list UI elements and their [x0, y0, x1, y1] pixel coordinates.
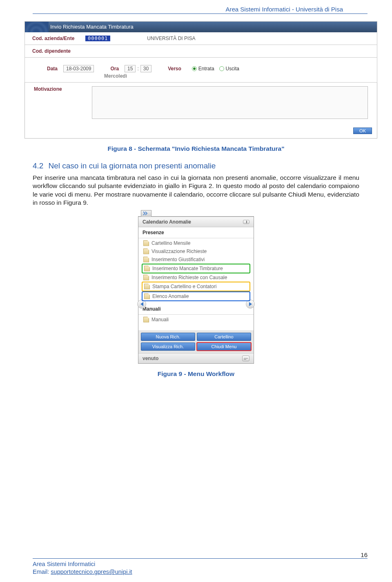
label-azienda: Cod. azienda/Ente — [32, 36, 85, 41]
file-icon — [143, 317, 149, 322]
menu-item-cartellino[interactable]: Cartellino Mensile — [142, 239, 250, 247]
label-data: Data — [47, 66, 58, 72]
menu-item-label: Elenco Anomalie — [152, 293, 189, 299]
logo-swirl-icon — [25, 22, 49, 32]
menu-item-label: Manuali — [151, 317, 169, 322]
label-verso: Verso — [168, 66, 181, 72]
menu-buttons: Nuova Rich. Cartellino Visualizza Rich. … — [138, 330, 254, 353]
menu-item-stampa[interactable]: Stampa Cartellino e Contatori — [142, 282, 250, 291]
page-header: Area Sistemi Informatici - Università di… — [33, 0, 368, 14]
section-number: 4.2 — [33, 161, 43, 170]
menu-sub-presenze: Presenze — [138, 227, 254, 238]
file-icon — [143, 240, 149, 246]
footer-email-link[interactable]: supportotecnico.gpres@unipi.it — [51, 569, 132, 575]
row-azienda: Cod. azienda/Ente 000001 UNIVERSITÀ DI P… — [24, 32, 377, 45]
row-dipendente: Cod. dipendente — [24, 45, 377, 58]
file-icon — [144, 284, 150, 289]
menu-item-manuali[interactable]: Manuali — [142, 316, 250, 324]
card-icon[interactable] — [242, 356, 249, 361]
menu-item-label: Inserimento Giustificativi — [151, 257, 205, 262]
figure8-caption: Figura 8 - Schermata "Invio Richiesta Ma… — [0, 145, 392, 152]
field-mm[interactable]: 30 — [140, 65, 151, 72]
page-footer: 16 Area Sistemi Informatici Email: suppo… — [33, 559, 368, 576]
btn-nuova-rich[interactable]: Nuova Rich. — [141, 333, 195, 341]
collapse-icon[interactable] — [243, 220, 249, 224]
row-motivazione: Motivazione — [25, 82, 377, 125]
menu-item-label: Inserimento Richieste con Causale — [151, 275, 227, 280]
label-motivazione: Motivazione — [34, 86, 92, 92]
menu-sub-manuali: Manuali — [138, 304, 254, 315]
form-screenshot: Invio Richiesta Mancata Timbratura Cod. … — [24, 21, 377, 139]
menu-items-manuali: Manuali — [138, 315, 254, 330]
menu-header-text: Calendario Anomalie — [143, 219, 191, 225]
label-ora: Ora — [110, 66, 119, 72]
section-title: Nel caso in cui la giornata non presenti… — [48, 161, 216, 170]
menu-header-calendario: Calendario Anomalie — [138, 217, 254, 227]
footer-email-line: Email: supportotecnico.gpres@unipi.it — [33, 568, 132, 576]
footer-org: Area Sistemi Informatici — [33, 560, 132, 569]
file-icon — [143, 248, 149, 254]
colon: : — [137, 66, 138, 72]
radio-uscita[interactable] — [219, 66, 224, 71]
menu-item-label: Stampa Cartellino e Contatori — [152, 284, 216, 289]
ok-button[interactable]: OK — [353, 128, 372, 134]
menu-item-label: Visualizzazione Richieste — [151, 248, 207, 254]
menu-items-presenze: Cartellino Mensile Visualizzazione Richi… — [138, 238, 254, 304]
form-title: Invio Richiesta Mancata Timbratura — [50, 24, 134, 30]
file-icon — [143, 275, 149, 280]
menu-item-visualizzazione[interactable]: Visualizzazione Richieste — [142, 247, 250, 255]
field-data[interactable]: 18-03-2009 — [63, 65, 94, 72]
btn-chiudi-menu[interactable]: Chiudi Menu — [197, 342, 251, 351]
btn-visualizza-rich[interactable]: Visualizza Rich. — [141, 342, 195, 351]
menu-item-label: Cartellino Mensile — [151, 240, 190, 246]
label-uscita: Uscita — [226, 66, 239, 72]
footer-email-prefix: Email: — [33, 569, 51, 575]
menu-footer: venuto — [138, 353, 254, 363]
menu-item-causale[interactable]: Inserimento Richieste con Causale — [142, 273, 250, 282]
row-details: Data 18-03-2009 Ora 15 : 30 Verso Entrat… — [24, 57, 377, 83]
btn-cartellino[interactable]: Cartellino — [197, 333, 251, 341]
menu-item-elenco-anomalie[interactable]: Elenco Anomalie — [142, 291, 250, 301]
file-icon — [144, 266, 150, 271]
page-number: 16 — [33, 551, 368, 558]
label-entrata: Entrata — [198, 66, 214, 72]
file-icon — [143, 257, 149, 262]
body-paragraph: Per inserire una mancata timbratura nel … — [33, 174, 359, 207]
textarea-motivazione[interactable] — [92, 86, 368, 119]
menu-tab-handle[interactable] — [141, 210, 151, 217]
day-name: Mercoledì — [104, 73, 370, 79]
menu-item-label: Inserimento Mancate Timbrature — [152, 266, 223, 271]
chevrons-right-icon — [143, 211, 149, 215]
menu-footer-text: venuto — [143, 356, 158, 361]
field-hh[interactable]: 15 — [125, 65, 136, 72]
menu-item-giustificativi[interactable]: Inserimento Giustificativi — [142, 255, 250, 264]
form-titlebar: Invio Richiesta Mancata Timbratura — [25, 22, 377, 32]
menu-screenshot: Calendario Anomalie Presenze Cartellino … — [138, 216, 254, 364]
radio-entrata[interactable] — [192, 66, 197, 71]
file-icon — [144, 293, 150, 299]
value-azienda-code: 000001 — [85, 36, 110, 41]
value-azienda-org: UNIVERSITÀ DI PISA — [147, 36, 195, 41]
section-heading: 4.2Nel caso in cui la giornata non prese… — [33, 161, 359, 170]
menu-item-mancate-timbrature[interactable]: Inserimento Mancate Timbrature — [142, 264, 250, 273]
figure9-caption: Figura 9 - Menu Workflow — [0, 370, 392, 378]
label-dipendente: Cod. dipendente — [32, 48, 85, 54]
